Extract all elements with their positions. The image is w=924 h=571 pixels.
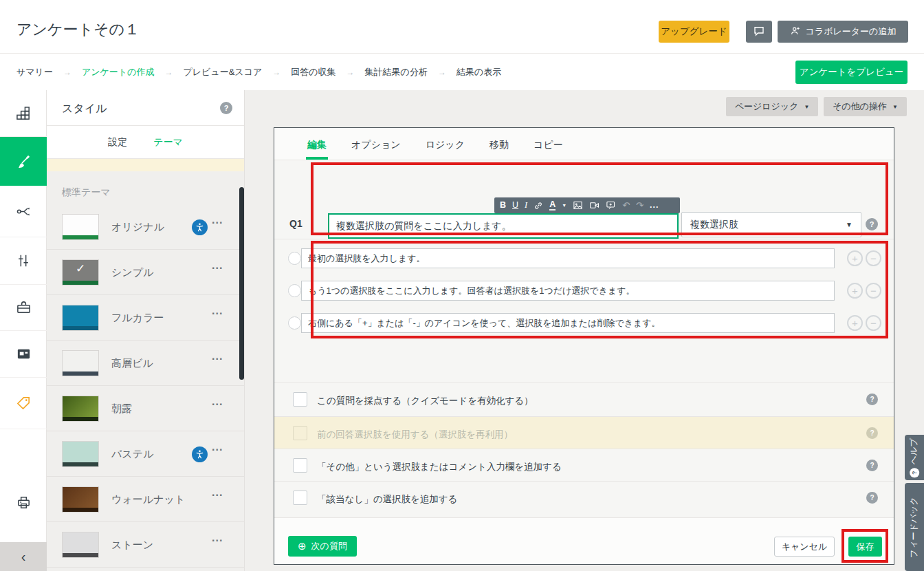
add-choice-icon[interactable]: + — [847, 315, 863, 331]
help-question-icon[interactable]: ? — [866, 394, 878, 405]
theme-row-morningdew[interactable]: 朝露 ... — [47, 386, 245, 431]
na-choice-checkbox[interactable] — [293, 491, 307, 505]
choice-input-3[interactable] — [301, 313, 835, 333]
theme-row-stone[interactable]: ストーン ... — [47, 522, 245, 568]
sidebar-item-build[interactable] — [0, 90, 47, 137]
choice-radio[interactable] — [288, 316, 301, 330]
theme-menu-dots[interactable]: ... — [212, 305, 223, 317]
question-section: B U I A ▼ — [274, 160, 894, 239]
tab-logic[interactable]: ロジック — [426, 139, 465, 151]
workflow-nav: サマリー → アンケートの作成 → プレビュー&スコア → 回答の収集 → 集計… — [0, 53, 924, 90]
sidebar-item-print[interactable] — [0, 480, 47, 524]
tab-theme[interactable]: テーマ — [153, 136, 183, 149]
preview-survey-button[interactable]: アンケートをプレビュー — [795, 61, 908, 84]
insert-image-icon[interactable] — [573, 200, 583, 211]
bold-icon[interactable]: B — [500, 201, 506, 210]
help-question-icon[interactable]: ? — [866, 492, 878, 504]
step-present-results[interactable]: 結果の表示 — [456, 66, 501, 78]
tab-options[interactable]: オプション — [351, 139, 401, 151]
step-analyze-results[interactable]: 集計結果の分析 — [365, 66, 428, 78]
theme-row-highrise[interactable]: 高層ビル ... — [47, 341, 245, 386]
remove-choice-icon[interactable]: − — [866, 283, 881, 299]
text-color-icon[interactable]: A — [549, 200, 556, 211]
other-choice-checkbox[interactable] — [293, 458, 307, 473]
accessibility-icon[interactable] — [192, 219, 208, 235]
sidebar-item-media[interactable] — [0, 331, 47, 378]
insert-video-icon[interactable] — [589, 200, 600, 211]
upgrade-button[interactable]: アップグレード — [659, 21, 729, 43]
accessibility-icon[interactable] — [192, 446, 208, 462]
page-logic-dropdown[interactable]: ページロジック ▼ — [726, 97, 818, 116]
cancel-button[interactable]: キャンセル — [774, 537, 835, 557]
theme-row-fullcolor[interactable]: フルカラー ... — [47, 295, 245, 341]
sidebar-item-logic[interactable] — [0, 186, 47, 237]
theme-row-pastel[interactable]: パステル ... — [47, 431, 245, 477]
step-summary[interactable]: サマリー — [16, 66, 53, 78]
theme-menu-dots[interactable]: ... — [212, 486, 223, 499]
more-actions-dropdown[interactable]: その他の操作 ▼ — [824, 97, 907, 116]
theme-menu-dots[interactable]: ... — [212, 441, 223, 453]
chevron-down-icon[interactable]: ▼ — [562, 203, 566, 208]
arrow-right-icon: → — [272, 67, 280, 77]
theme-row-original[interactable]: オリジナル ... — [47, 204, 245, 250]
choice-radio[interactable] — [288, 252, 301, 265]
insert-comment-icon[interactable] — [606, 200, 616, 211]
next-question-button[interactable]: ⊕ 次の質問 — [288, 536, 357, 557]
choice-input-2[interactable] — [301, 281, 835, 301]
help-question-icon: ? — [910, 468, 919, 477]
add-choice-icon[interactable]: + — [847, 283, 863, 299]
collapse-rail-button[interactable]: ‹ — [0, 542, 47, 571]
theme-row-walnut[interactable]: ウォールナット ... — [47, 477, 245, 522]
question-tabs: 編集 オプション ロジック 移動 コピー — [274, 128, 894, 160]
underline-icon[interactable]: U — [512, 201, 518, 210]
question-text-input[interactable] — [328, 213, 679, 239]
theme-menu-dots[interactable]: ... — [212, 396, 223, 408]
media-card-icon — [16, 346, 32, 362]
sidebar-item-toolbox[interactable] — [0, 285, 47, 331]
chat-bubble-button[interactable] — [746, 21, 772, 43]
remove-choice-icon[interactable]: − — [866, 315, 881, 331]
theme-row-simple[interactable]: ✓ シンプル ... — [47, 250, 245, 295]
help-question-icon[interactable]: ? — [220, 102, 232, 114]
sliders-icon — [16, 253, 31, 268]
sidebar-item-options[interactable] — [0, 237, 47, 285]
help-tab[interactable]: ? ヘルプ — [905, 435, 924, 480]
chevron-down-icon: ▼ — [846, 221, 852, 228]
tab-edit[interactable]: 編集 — [307, 139, 327, 151]
chevron-down-icon: ▼ — [804, 104, 809, 110]
step-create-survey[interactable]: アンケートの作成 — [82, 66, 155, 78]
step-preview-score[interactable]: プレビュー&スコア — [183, 66, 262, 78]
quiz-mode-checkbox[interactable] — [293, 392, 307, 407]
tab-settings[interactable]: 設定 — [108, 136, 127, 149]
step-collect-responses[interactable]: 回答の収集 — [291, 66, 336, 78]
option-row-quiz-mode: この質問を採点する（クイズモードを有効化する） ? — [274, 383, 894, 416]
theme-menu-dots[interactable]: ... — [212, 259, 223, 272]
choice-input-1[interactable] — [301, 248, 835, 268]
sidebar-item-tags[interactable] — [0, 378, 47, 429]
panel-scrollbar[interactable] — [239, 187, 244, 380]
help-question-icon[interactable]: ? — [866, 460, 878, 471]
redo-icon[interactable]: ↷ — [636, 201, 644, 210]
question-type-dropdown[interactable]: 複数選択肢 ▼ — [681, 212, 861, 237]
theme-menu-dots[interactable]: ... — [212, 532, 223, 544]
add-choice-icon[interactable]: + — [847, 250, 863, 266]
link-icon[interactable] — [534, 201, 543, 211]
theme-menu-dots[interactable]: ... — [212, 350, 223, 363]
theme-menu-dots[interactable]: ... — [212, 214, 223, 226]
paint-brush-icon — [15, 153, 32, 170]
add-person-icon — [790, 25, 801, 39]
choice-radio[interactable] — [288, 284, 301, 297]
add-collaborator-button[interactable]: コラボレーターの追加 — [778, 21, 908, 43]
italic-icon[interactable]: I — [525, 201, 527, 210]
toolbar-more-icon[interactable]: ... — [650, 201, 659, 210]
save-button[interactable]: 保存 — [848, 537, 882, 557]
feedback-tab[interactable]: フィードバック — [905, 483, 924, 571]
remove-choice-icon[interactable]: − — [866, 250, 881, 266]
undo-icon[interactable]: ↶ — [622, 201, 630, 210]
arrow-right-icon: → — [346, 67, 355, 77]
tab-copy[interactable]: コピー — [534, 139, 563, 151]
plus-circle-icon: ⊕ — [298, 540, 307, 552]
tab-move[interactable]: 移動 — [490, 139, 509, 151]
sidebar-item-style[interactable] — [0, 137, 47, 186]
help-question-icon[interactable]: ? — [866, 218, 878, 230]
